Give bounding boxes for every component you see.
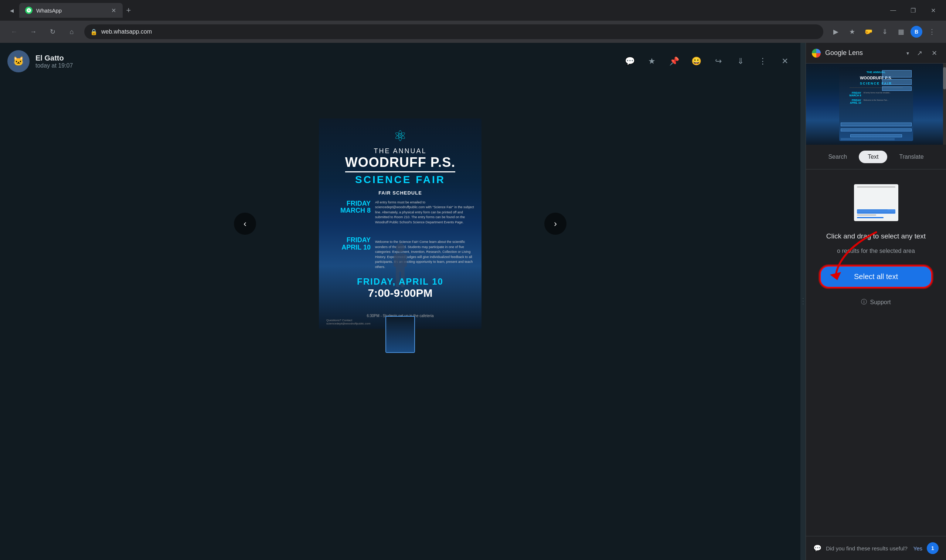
forward-action[interactable]: ↪ [710, 53, 727, 69]
home-button[interactable]: ⌂ [65, 25, 78, 38]
google-lens-logo [812, 49, 821, 58]
user-avatar: 🐱 [8, 50, 29, 72]
poster-school-name: WOODRUFF P.S. [345, 155, 455, 172]
profile-avatar[interactable]: B [911, 26, 922, 38]
splitter-dots: · · · [801, 298, 805, 305]
lens-title: Google Lens [825, 49, 902, 57]
document-icon-area [849, 180, 904, 225]
lens-sub-text-content: o results for the selected area [837, 248, 915, 254]
lens-tab-translate[interactable]: Translate [890, 151, 932, 163]
poster-friday-text: FRIDAY, APRIL 10 [319, 277, 481, 287]
browser-titlebar: ◂ WhatsApp ✕ + — ❐ ✕ [0, 0, 946, 21]
tab-favicon [25, 7, 32, 14]
google-lens-panel: Google Lens ▾ ↗ ✕ THE ANNUAL WOODRUFF P.… [806, 43, 946, 560]
toolbar-icons: ▶ ★ 🤛 ⇓ ▦ B ⋮ [829, 25, 938, 38]
close-action[interactable]: ✕ [777, 53, 793, 69]
lens-support-link[interactable]: ⓘ Support [861, 298, 890, 306]
support-icon: ⓘ [861, 298, 867, 306]
extensions-icon[interactable]: 🤛 [862, 25, 875, 38]
sidebar-icon[interactable]: ▦ [894, 25, 907, 38]
lens-scrollbar[interactable] [943, 63, 946, 145]
lens-header-icons: ↗ ✕ [914, 47, 940, 59]
panel-splitter[interactable]: · · · [800, 43, 806, 560]
lens-tabs: Search Text Translate [806, 145, 946, 169]
avatar-letter: 🐱 [13, 56, 24, 66]
cast-icon[interactable]: ▶ [829, 25, 843, 38]
reload-button[interactable]: ↻ [46, 25, 59, 38]
carousel-area: ‹ ⚛ THE ANNUAL WOODRUFF P.S. SCIENCE FAI… [264, 87, 537, 360]
user-info: El Gatto today at 19:07 [35, 54, 616, 69]
message-actions: 💬 ★ 📌 😀 ↪ ⇓ ⋮ ✕ [622, 53, 793, 69]
active-tab[interactable]: WhatsApp ✕ [19, 3, 123, 18]
feedback-text: Did you find these results useful? [826, 545, 909, 552]
minimize-button[interactable]: — [885, 5, 902, 16]
poster-questions: Questions? Contactsciencedept@woodruffpu… [326, 318, 370, 325]
new-tab-button[interactable]: + [123, 5, 134, 16]
poster-annual-text: THE ANNUAL [373, 147, 426, 155]
emoji-action[interactable]: 😀 [688, 53, 704, 69]
user-time: today at 19:07 [35, 62, 616, 69]
carousel-next-button[interactable]: › [544, 212, 566, 235]
poster-time-text: 7:00-9:00PM [319, 287, 481, 299]
schedule-date-1: FRIDAYMARCH 8 [340, 200, 370, 215]
document-icon [854, 184, 898, 221]
bookmark-star-icon[interactable]: ★ [846, 25, 859, 38]
thumbnail-strip [386, 316, 415, 353]
downloads-icon[interactable]: ⇓ [878, 25, 891, 38]
feedback-num-badge: 1 [927, 542, 938, 554]
tab-bar: ◂ WhatsApp ✕ + [5, 0, 885, 21]
lens-header: Google Lens ▾ ↗ ✕ [806, 43, 946, 63]
lens-thumbnail-image: THE ANNUAL WOODRUFF P.S. SCIENCE FAIR FR… [806, 63, 946, 145]
window-controls: — ❐ ✕ [885, 5, 941, 16]
tab-back-btn[interactable]: ◂ [5, 3, 19, 18]
back-button[interactable]: ← [8, 25, 21, 38]
poster-fair-title: SCIENCE FAIR [355, 174, 445, 186]
main-content: 🐱 El Gatto today at 19:07 💬 ★ 📌 😀 ↪ ⇓ ⋮ … [0, 43, 946, 560]
more-action[interactable]: ⋮ [755, 53, 771, 69]
lens-tab-search[interactable]: Search [819, 151, 856, 163]
lens-scrollbar-thumb [943, 67, 946, 89]
thumbnail-image[interactable] [386, 316, 415, 353]
doc-select-bar [857, 209, 895, 214]
message-header: 🐱 El Gatto today at 19:07 💬 ★ 📌 😀 ↪ ⇓ ⋮ … [0, 46, 800, 76]
tab-close-button[interactable]: ✕ [111, 6, 117, 15]
forward-button[interactable]: → [26, 25, 40, 38]
doc-line-blue [857, 217, 884, 218]
address-bar[interactable]: 🔒 web.whatsapp.com [84, 25, 823, 39]
carousel-prev-button[interactable]: ‹ [234, 212, 256, 235]
lens-close-icon[interactable]: ✕ [928, 47, 940, 59]
star-action[interactable]: ★ [644, 53, 660, 69]
maximize-button[interactable]: ❐ [904, 5, 921, 16]
poster-schedule-title: FAIR SCHEDULE [326, 190, 474, 195]
support-text: Support [870, 299, 890, 306]
security-icon: 🔒 [90, 28, 97, 35]
lens-thumbnail-area: THE ANNUAL WOODRUFF P.S. SCIENCE FAIR FR… [806, 63, 946, 145]
lens-tab-text[interactable]: Text [859, 151, 887, 163]
whatsapp-area: 🐱 El Gatto today at 19:07 💬 ★ 📌 😀 ↪ ⇓ ⋮ … [0, 43, 800, 560]
user-name: El Gatto [35, 54, 616, 62]
feedback-yes-button[interactable]: Yes [914, 545, 922, 552]
pin-action[interactable]: 📌 [666, 53, 682, 69]
doc-line-3 [857, 214, 876, 215]
lens-dropdown-icon[interactable]: ▾ [906, 50, 909, 56]
svg-rect-3 [403, 254, 407, 267]
download-action[interactable]: ⇓ [732, 53, 748, 69]
select-all-text-button[interactable]: Select all text [819, 265, 932, 288]
poster-friday-large: FRIDAY, APRIL 10 7:00-9:00PM [319, 277, 481, 299]
address-text: web.whatsapp.com [101, 28, 817, 35]
lens-open-icon[interactable]: ↗ [914, 47, 925, 59]
poster-left-schedule: FRIDAYMARCH 8 FRIDAYAPRIL 10 [326, 200, 370, 323]
schedule-date-2: FRIDAYAPRIL 10 [341, 237, 370, 251]
tab-title: WhatsApp [36, 8, 107, 14]
lens-sub-text: o results for the selected area [837, 248, 915, 254]
poster-atom-icon: ⚛ [394, 127, 407, 144]
poster-body-1: All entry forms must be emailed to scien… [375, 200, 474, 225]
science-fair-poster: ⚛ THE ANNUAL WOODRUFF P.S. SCIENCE FAIR … [319, 118, 481, 329]
svg-point-0 [396, 243, 404, 252]
svg-rect-2 [394, 254, 398, 267]
lens-content: Click and drag to select any text o resu… [806, 169, 946, 536]
speech-bubble-action[interactable]: 💬 [622, 53, 638, 69]
close-button[interactable]: ✕ [924, 5, 941, 16]
menu-icon[interactable]: ⋮ [925, 25, 938, 38]
feedback-icon: 💬 [813, 544, 821, 552]
